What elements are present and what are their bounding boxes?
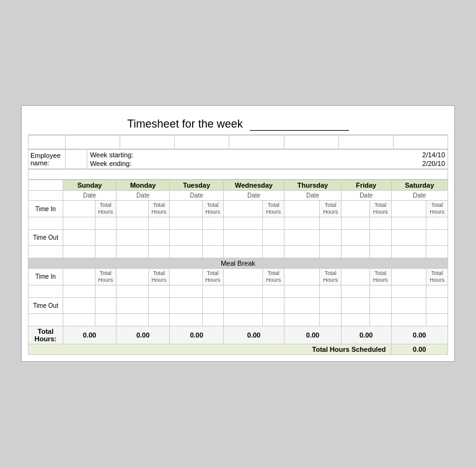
- s1-thu-in[interactable]: [284, 201, 320, 217]
- s2-thu-out[interactable]: [284, 297, 320, 313]
- total-fri: 0.00: [341, 326, 391, 344]
- s1-sat-out[interactable]: [391, 230, 426, 246]
- s2-thu-total: TotalHours: [320, 269, 341, 286]
- s2-mon-in[interactable]: [117, 269, 149, 286]
- s2-empty-row-2: [29, 313, 448, 326]
- friday-header: Friday: [341, 180, 391, 191]
- week-starting-row: Week starting: 2/14/10: [90, 151, 445, 159]
- total-sun: 0.00: [63, 326, 117, 344]
- s1-mon-total: TotalHours: [148, 201, 169, 217]
- wednesday-header: Wednesday: [224, 180, 284, 191]
- s1-sun-out[interactable]: [63, 230, 95, 246]
- meal-break-header-row: Meal Break: [29, 258, 448, 269]
- sunday-header: Sunday: [63, 180, 117, 191]
- day-header-row: Sunday Monday Tuesday Wednesday Thursday…: [29, 180, 448, 191]
- s2-empty-row-1: [29, 285, 448, 297]
- s1-tue-in[interactable]: [170, 201, 202, 217]
- s2-wed-total: TotalHours: [263, 269, 284, 286]
- section1-time-out-row: Time Out: [29, 230, 448, 246]
- sunday-date[interactable]: Date: [63, 191, 117, 201]
- s2-sat-total: TotalHours: [426, 269, 448, 286]
- total-tue: 0.00: [170, 326, 224, 344]
- employee-label: Employee name:: [29, 150, 66, 169]
- tuesday-date[interactable]: Date: [170, 191, 224, 201]
- s2-sun-out[interactable]: [63, 297, 95, 313]
- spacer-row: [29, 170, 448, 180]
- thursday-header: Thursday: [284, 180, 342, 191]
- s2-sun-in[interactable]: [63, 269, 95, 286]
- friday-date[interactable]: Date: [341, 191, 391, 201]
- s1-thu-out[interactable]: [284, 230, 320, 246]
- tuesday-header: Tuesday: [170, 180, 224, 191]
- timesheet: Timesheet for the week Employee name: We…: [21, 105, 455, 361]
- total-hours-row-label: Total Hours:: [29, 326, 63, 344]
- s2-tue-total: TotalHours: [202, 269, 223, 286]
- time-out-label-2: Time Out: [29, 297, 63, 313]
- s2-mon-total: TotalHours: [148, 269, 169, 286]
- grand-total-row: Total Hours Scheduled 0.00: [29, 344, 448, 354]
- thursday-date[interactable]: Date: [284, 191, 342, 201]
- s1-fri-out[interactable]: [341, 230, 369, 246]
- s1-tue-total: TotalHours: [202, 201, 223, 217]
- time-out-label-1: Time Out: [29, 230, 63, 246]
- s1-tue-out[interactable]: [170, 230, 202, 246]
- s2-thu-in[interactable]: [284, 269, 320, 286]
- s2-sat-in[interactable]: [391, 269, 426, 286]
- title-underline: [250, 117, 349, 131]
- time-in-label-1: Time In: [29, 201, 63, 217]
- monday-header: Monday: [117, 180, 170, 191]
- s1-empty-row-1: [29, 217, 448, 230]
- title-text: Timesheet for the week: [127, 118, 242, 130]
- s1-fri-in[interactable]: [341, 201, 369, 217]
- s2-tue-in[interactable]: [170, 269, 202, 286]
- s1-wed-total: TotalHours: [263, 201, 284, 217]
- s2-sun-total: TotalHours: [95, 269, 116, 286]
- total-hours-row: Total Hours: 0.00 0.00 0.00 0.00 0.00 0.…: [29, 326, 448, 344]
- s1-sat-total: TotalHours: [426, 201, 448, 217]
- title-row: Timesheet for the week: [28, 112, 448, 135]
- s2-fri-total: TotalHours: [370, 269, 391, 286]
- s2-fri-out[interactable]: [341, 297, 369, 313]
- s1-fri-total: TotalHours: [370, 201, 391, 217]
- s1-wed-out[interactable]: [224, 230, 263, 246]
- grand-total-label: Total Hours Scheduled: [29, 344, 392, 354]
- section2-time-in-row: Time In TotalHours TotalHours TotalHours…: [29, 269, 448, 286]
- grand-total-value: 0.00: [391, 344, 447, 354]
- s2-wed-in[interactable]: [224, 269, 263, 286]
- date-row: Date Date Date Date Date Date Date: [29, 191, 448, 201]
- wednesday-date[interactable]: Date: [224, 191, 284, 201]
- meal-break-label: Meal Break: [29, 258, 448, 269]
- total-sat: 0.00: [391, 326, 447, 344]
- total-thu: 0.00: [284, 326, 342, 344]
- total-mon: 0.00: [117, 326, 170, 344]
- s1-sun-in[interactable]: [63, 201, 95, 217]
- s2-wed-out[interactable]: [224, 297, 263, 313]
- employee-value[interactable]: [66, 150, 87, 169]
- blank-row-1: [29, 136, 448, 149]
- monday-date[interactable]: Date: [117, 191, 170, 201]
- s1-mon-in[interactable]: [117, 201, 149, 217]
- s2-tue-out[interactable]: [170, 297, 202, 313]
- s1-sat-in[interactable]: [391, 201, 426, 217]
- week-ending-row: Week ending: 2/20/10: [90, 160, 445, 167]
- saturday-date[interactable]: Date: [391, 191, 447, 201]
- s1-sun-total: TotalHours: [95, 201, 116, 217]
- employee-row: Employee name: Week starting: 2/14/10 We…: [29, 150, 448, 169]
- time-in-label-2: Time In: [29, 269, 63, 286]
- section1-time-in-row: Time In TotalHours TotalHours TotalHours…: [29, 201, 448, 217]
- s1-thu-total: TotalHours: [320, 201, 341, 217]
- s1-mon-out[interactable]: [117, 230, 149, 246]
- total-wed: 0.00: [224, 326, 284, 344]
- s1-empty-row-2: [29, 246, 448, 258]
- s2-fri-in[interactable]: [341, 269, 369, 286]
- saturday-header: Saturday: [391, 180, 447, 191]
- s1-wed-in[interactable]: [224, 201, 263, 217]
- s2-mon-out[interactable]: [117, 297, 149, 313]
- section2-time-out-row: Time Out: [29, 297, 448, 313]
- s2-sat-out[interactable]: [391, 297, 426, 313]
